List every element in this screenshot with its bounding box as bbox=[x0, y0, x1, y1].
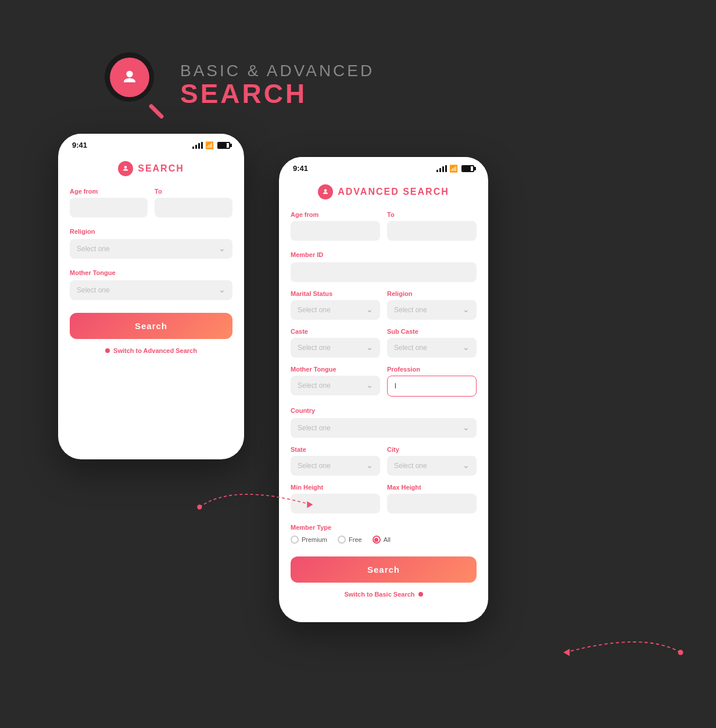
phones-container: 9:41 📶 bbox=[58, 134, 687, 622]
adv-wifi-icon: 📶 bbox=[449, 165, 458, 173]
adv-member-id-input[interactable] bbox=[291, 262, 477, 282]
adv-caste-label: Caste bbox=[291, 328, 380, 335]
adv-marital-label: Marital Status bbox=[291, 290, 380, 297]
header-text: BASIC & ADVANCED SEARCH bbox=[180, 62, 374, 107]
basic-age-row: Age from To bbox=[70, 188, 232, 217]
free-radio-circle bbox=[338, 536, 346, 544]
header-title: SEARCH bbox=[180, 80, 374, 107]
adv-max-height-group: Max Height bbox=[387, 484, 477, 513]
basic-time: 9:41 bbox=[72, 141, 87, 149]
adv-height-row: Min Height Max Height bbox=[291, 484, 477, 513]
adv-profession-input[interactable] bbox=[387, 376, 477, 397]
adv-age-from-input[interactable] bbox=[291, 221, 380, 241]
basic-phone-header: SEARCH bbox=[70, 161, 232, 176]
advanced-status-bar: 9:41 📶 bbox=[279, 157, 488, 175]
adv-radio-group: Premium Free All bbox=[291, 536, 477, 544]
adv-country-select[interactable]: Select one bbox=[291, 418, 477, 438]
basic-mother-tongue-group: Mother Tongue Select one bbox=[70, 267, 232, 300]
basic-age-from-group: Age from bbox=[70, 188, 148, 217]
advanced-status-icons: 📶 bbox=[436, 165, 474, 173]
battery-icon bbox=[217, 142, 230, 149]
adv-min-height-input[interactable] bbox=[291, 494, 380, 513]
adv-country-group: Country Select one bbox=[291, 405, 477, 438]
header-area: BASIC & ADVANCED SEARCH bbox=[105, 52, 374, 116]
adv-age-to-input[interactable] bbox=[387, 221, 477, 241]
adv-min-height-label: Min Height bbox=[291, 484, 380, 491]
all-radio-label: All bbox=[384, 536, 391, 543]
adv-sub-caste-select[interactable]: Select one bbox=[387, 338, 477, 358]
premium-radio-label: Premium bbox=[302, 536, 327, 543]
svg-marker-6 bbox=[563, 649, 570, 656]
basic-mother-tongue-select[interactable]: Select one bbox=[70, 280, 232, 300]
adv-state-label: State bbox=[291, 446, 380, 453]
adv-member-type-group: Member Type Premium Free bbox=[291, 522, 477, 544]
adv-member-id-group: Member ID bbox=[291, 249, 477, 282]
adv-tongue-profession-row: Mother Tongue Select one Profession bbox=[291, 366, 477, 397]
adv-switch-link[interactable]: Switch to Basic Search bbox=[291, 591, 477, 598]
adv-religion-label: Religion bbox=[387, 290, 477, 297]
adv-sub-caste-group: Sub Caste Select one bbox=[387, 328, 477, 358]
adv-radio-all[interactable]: All bbox=[373, 536, 391, 544]
basic-age-from-label: Age from bbox=[70, 188, 148, 195]
adv-max-height-input[interactable] bbox=[387, 494, 477, 513]
adv-marital-group: Marital Status Select one bbox=[291, 290, 380, 320]
adv-min-height-group: Min Height bbox=[291, 484, 380, 513]
adv-state-select[interactable]: Select one bbox=[291, 456, 380, 476]
adv-profession-group: Profession bbox=[387, 366, 477, 397]
adv-radio-premium[interactable]: Premium bbox=[291, 536, 327, 544]
adv-marital-religion-row: Marital Status Select one Religion Selec… bbox=[291, 290, 477, 320]
basic-status-bar: 9:41 📶 bbox=[58, 134, 244, 152]
adv-age-to-group: To bbox=[387, 211, 477, 241]
svg-point-1 bbox=[124, 166, 127, 169]
adv-caste-row: Caste Select one Sub Caste Select one bbox=[291, 328, 477, 358]
adv-age-from-group: Age from bbox=[291, 211, 380, 241]
advanced-time: 9:41 bbox=[293, 164, 308, 173]
basic-switch-link[interactable]: Switch to Advanced Search bbox=[70, 347, 232, 354]
adv-city-select[interactable]: Select one bbox=[387, 456, 477, 476]
basic-religion-select[interactable]: Select one bbox=[70, 239, 232, 259]
svg-point-5 bbox=[678, 650, 683, 655]
adv-battery-icon bbox=[461, 165, 474, 172]
wifi-icon: 📶 bbox=[205, 141, 214, 149]
basic-switch-text: Switch to Advanced Search bbox=[113, 347, 197, 354]
advanced-phone: 9:41 📶 bbox=[279, 157, 488, 622]
adv-search-button[interactable]: Search bbox=[291, 556, 477, 583]
basic-religion-group: Religion Select one bbox=[70, 226, 232, 259]
adv-max-height-label: Max Height bbox=[387, 484, 477, 491]
basic-age-to-label: To bbox=[155, 188, 232, 195]
adv-mother-tongue-group: Mother Tongue Select one bbox=[291, 366, 380, 397]
adv-switch-text: Switch to Basic Search bbox=[344, 591, 414, 598]
basic-age-to-group: To bbox=[155, 188, 232, 217]
advanced-header-icon bbox=[318, 184, 333, 199]
adv-radio-free[interactable]: Free bbox=[338, 536, 362, 544]
advanced-phone-title: ADVANCED SEARCH bbox=[338, 187, 449, 197]
canvas: BASIC & ADVANCED SEARCH 9:41 📶 bbox=[0, 0, 716, 728]
adv-state-group: State Select one bbox=[291, 446, 380, 476]
adv-city-label: City bbox=[387, 446, 477, 453]
adv-country-label: Country bbox=[291, 407, 315, 414]
basic-age-to-input[interactable] bbox=[155, 198, 232, 217]
basic-phone: 9:41 📶 bbox=[58, 134, 244, 459]
basic-age-from-input[interactable] bbox=[70, 198, 148, 217]
adv-mother-tongue-select[interactable]: Select one bbox=[291, 376, 380, 395]
switch-dot-basic bbox=[105, 348, 110, 353]
adv-profession-label: Profession bbox=[387, 366, 477, 373]
adv-sub-caste-label: Sub Caste bbox=[387, 328, 477, 335]
basic-header-icon bbox=[118, 161, 133, 176]
adv-caste-select[interactable]: Select one bbox=[291, 338, 380, 358]
right-dashed-arrow bbox=[547, 626, 699, 679]
switch-dot-advanced bbox=[418, 592, 423, 597]
header-subtitle: BASIC & ADVANCED bbox=[180, 62, 374, 80]
basic-search-button[interactable]: Search bbox=[70, 313, 232, 339]
adv-city-group: City Select one bbox=[387, 446, 477, 476]
adv-member-type-label: Member Type bbox=[291, 524, 331, 531]
basic-status-icons: 📶 bbox=[192, 141, 230, 149]
adv-age-row: Age from To bbox=[291, 211, 477, 241]
basic-phone-title: SEARCH bbox=[138, 163, 184, 174]
signal-bars-icon bbox=[192, 142, 203, 149]
advanced-phone-header: ADVANCED SEARCH bbox=[291, 184, 477, 199]
free-radio-label: Free bbox=[349, 536, 362, 543]
basic-religion-label: Religion bbox=[70, 228, 95, 235]
adv-marital-select[interactable]: Select one bbox=[291, 300, 380, 320]
adv-religion-select[interactable]: Select one bbox=[387, 300, 477, 320]
